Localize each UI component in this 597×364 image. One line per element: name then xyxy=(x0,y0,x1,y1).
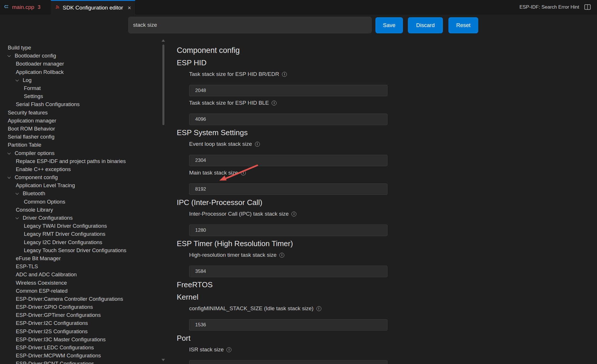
sidebar-item[interactable]: Serial Flash Configurations xyxy=(0,100,160,108)
info-icon[interactable]: i xyxy=(241,170,246,175)
sidebar-item[interactable]: ESP-Driver:I3C Master Configurations xyxy=(0,336,160,344)
sidebar-item[interactable]: ESP-Driver:LEDC Configurations xyxy=(0,344,160,352)
sidebar-item[interactable]: Application Rollback xyxy=(0,68,160,76)
info-icon[interactable]: i xyxy=(279,253,284,258)
sidebar-item[interactable]: ESP-Driver:PCNT Configurations xyxy=(0,360,160,364)
sidebar-item-label: Legacy I2C Driver Configurations xyxy=(24,239,102,246)
tab-main-cpp[interactable]: C + + main.cpp 3 xyxy=(0,0,51,14)
sidebar-item[interactable]: eFuse Bit Manager xyxy=(0,254,160,263)
sidebar-item-label: Serial flasher config xyxy=(8,134,54,140)
config-value-input[interactable] xyxy=(189,114,387,125)
info-icon[interactable]: i xyxy=(255,142,260,147)
sidebar-item[interactable]: Wireless Coexistence xyxy=(0,279,160,287)
sidebar-item-label: Application Rollback xyxy=(16,69,64,75)
section-heading: ESP Timer (High Resolution Timer) xyxy=(177,239,391,248)
sidebar-item[interactable]: ADC and ADC Calibration xyxy=(0,271,160,279)
sidebar-item[interactable]: Legacy I2C Driver Configurations xyxy=(0,238,160,246)
split-editor-icon[interactable] xyxy=(584,4,591,11)
sidebar-item-label: Common ESP-related xyxy=(16,288,68,294)
chevron-down-icon[interactable] xyxy=(7,173,15,181)
config-value-input[interactable] xyxy=(189,183,387,195)
info-icon[interactable]: i xyxy=(291,212,296,217)
sidebar-item-label: ESP-Driver:I2S Configurations xyxy=(16,328,88,335)
chevron-down-icon[interactable] xyxy=(7,52,15,60)
sidebar-item[interactable]: Bootloader manager xyxy=(0,60,160,68)
info-icon[interactable]: i xyxy=(282,72,287,77)
sidebar-item[interactable]: Settings xyxy=(0,92,160,100)
sidebar-item[interactable]: Application manager xyxy=(0,117,160,125)
tab-problem-badge: 3 xyxy=(38,4,41,10)
sidebar-item[interactable]: Component config xyxy=(0,173,160,181)
sidebar-item-label: eFuse Bit Manager xyxy=(16,255,61,262)
sidebar-item[interactable]: Compiler options xyxy=(0,149,160,157)
save-button[interactable]: Save xyxy=(375,17,403,33)
sidebar-item-label: Console Library xyxy=(16,207,53,213)
sidebar-item[interactable]: ESP-Driver:MCPWM Configurations xyxy=(0,352,160,360)
sidebar-item-label: Application Level Tracing xyxy=(16,182,75,189)
scrollbar-up-arrow[interactable] xyxy=(162,39,165,42)
config-value-input[interactable] xyxy=(189,85,387,96)
info-icon[interactable]: i xyxy=(272,101,277,106)
sidebar-item[interactable]: Build type xyxy=(0,44,160,52)
search-input[interactable] xyxy=(128,17,372,33)
sidebar-item-label: ESP-Driver:PCNT Configurations xyxy=(16,361,94,364)
chevron-down-icon[interactable] xyxy=(15,189,23,198)
sidebar-item-label: Legacy TWAI Driver Configurations xyxy=(24,223,107,229)
sidebar-item-label: Application manager xyxy=(8,118,56,124)
field-label: Task stack size for ESP HID BLEi xyxy=(189,100,391,106)
config-value-input[interactable] xyxy=(189,155,387,166)
sidebar-item[interactable]: Console Library xyxy=(0,206,160,214)
field-label-text: configMINIMAL_STACK_SIZE (Idle task stac… xyxy=(189,305,314,312)
sidebar-item-label: Boot ROM Behavior xyxy=(8,126,55,132)
sidebar-item[interactable]: Common ESP-related xyxy=(0,287,160,295)
close-icon[interactable]: × xyxy=(128,5,131,11)
sidebar-item[interactable]: Security features xyxy=(0,109,160,117)
discard-button[interactable]: Discard xyxy=(408,17,443,33)
sidebar-item[interactable]: ESP-Driver:Camera Controller Configurati… xyxy=(0,295,160,303)
field-label-text: ISR stack size xyxy=(189,346,224,353)
sidebar-item[interactable]: ESP-Driver:GPIO Configurations xyxy=(0,303,160,311)
config-value-input[interactable] xyxy=(189,225,387,236)
sidebar-item[interactable]: Bootloader config xyxy=(0,52,160,60)
sidebar-item[interactable]: ESP-Driver:GPTimer Configurations xyxy=(0,311,160,319)
field-label-text: Task stack size for ESP HID BLE xyxy=(189,100,269,106)
sidebar-item[interactable]: Replace ESP-IDF and project paths in bin… xyxy=(0,157,160,165)
config-value-input[interactable] xyxy=(189,360,387,364)
section-heading: Kernel xyxy=(177,292,391,302)
sidebar-item[interactable]: Boot ROM Behavior xyxy=(0,125,160,133)
field-label-text: High-resolution timer task stack size xyxy=(189,252,277,258)
sidebar-item[interactable]: Common Options xyxy=(0,198,160,206)
chevron-down-icon[interactable] xyxy=(15,76,23,84)
sidebar-item[interactable]: ESP-TLS xyxy=(0,263,160,271)
info-icon[interactable]: i xyxy=(316,306,321,311)
info-icon[interactable]: i xyxy=(226,347,231,352)
sidebar-item-label: Common Options xyxy=(24,199,65,205)
sidebar-item[interactable]: Partition Table xyxy=(0,141,160,149)
sidebar-item[interactable]: Serial flasher config xyxy=(0,133,160,141)
chevron-down-icon[interactable] xyxy=(7,149,15,157)
chevron-down-icon[interactable] xyxy=(15,214,23,222)
scrollbar-thumb[interactable] xyxy=(162,45,164,125)
sidebar-item-label: Format xyxy=(24,85,41,91)
sidebar-item[interactable]: Format xyxy=(0,84,160,92)
sidebar-item[interactable]: Bluetooth xyxy=(0,189,160,198)
sidebar-item[interactable]: Driver Configurations xyxy=(0,214,160,222)
sidebar-item[interactable]: Legacy Touch Sensor Driver Configuration… xyxy=(0,246,160,254)
tab-sdk-configuration-editor[interactable]: SDK Configuration editor × xyxy=(51,0,135,14)
sidebar-item[interactable]: ESP-Driver:I2C Configurations xyxy=(0,319,160,327)
tab-label: main.cpp xyxy=(12,4,34,10)
section-heading: ESP HID xyxy=(177,58,391,68)
sidebar-item[interactable]: Log xyxy=(0,76,160,84)
config-value-input[interactable] xyxy=(189,319,387,331)
sidebar-item[interactable]: Legacy RMT Driver Configurations xyxy=(0,230,160,238)
scrollbar-down-arrow[interactable] xyxy=(162,359,165,361)
sidebar-item[interactable]: Application Level Tracing xyxy=(0,181,160,189)
sidebar-item[interactable]: ESP-Driver:I2S Configurations xyxy=(0,327,160,336)
sidebar-item[interactable]: Legacy TWAI Driver Configurations xyxy=(0,222,160,230)
config-value-input[interactable] xyxy=(189,266,387,277)
sidebar-item[interactable]: Enable C++ exceptions xyxy=(0,165,160,173)
reset-button[interactable]: Reset xyxy=(448,17,478,33)
field-label: configMINIMAL_STACK_SIZE (Idle task stac… xyxy=(189,305,391,312)
field-label: ISR stack sizei xyxy=(189,346,391,353)
section-heading: FreeRTOS xyxy=(177,280,391,290)
